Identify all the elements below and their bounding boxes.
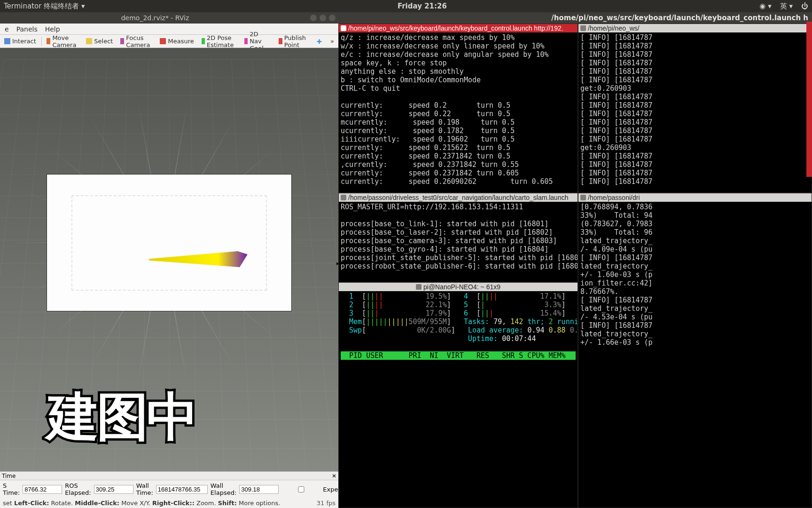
tool-publish-point[interactable]: Publish Point [275,33,312,50]
fps-readout: 31 fps [317,500,336,507]
tool-select[interactable]: Select [83,36,116,46]
terminator-window: /home/pi/neo_ws/src/keyboard/launch/keyb… [338,12,812,508]
publish-point-icon [279,38,282,44]
window-maximize-icon[interactable] [320,15,326,21]
menu-panels[interactable]: Panels [13,24,41,34]
pane-body-carto: ROS_MASTER_URI=http://192.168.153.154:11… [339,202,578,280]
ros-elapsed-label: ROS Elapsed: [65,482,91,496]
menu-help[interactable]: Help [41,24,64,34]
terminal-pane-info2[interactable]: /home/passoni/dri [0.768894, 0.7836 33%)… [578,193,812,508]
pane-body-info2: [0.768894, 0.7836 33%) Total: 94 (0.7836… [578,202,812,356]
tool-add[interactable]: ✚ [313,37,326,46]
pane-body-info1: [ INFO] [16814787 [ INFO] [16814787 [ IN… [578,32,812,192]
pose-estimate-icon [202,38,205,44]
measure-icon [160,38,166,44]
terminal-pane-carto[interactable]: /home/passoni/driveless_test0/src/car_na… [338,193,578,282]
terminal-pane-info1[interactable]: /home/pi/neo_ws/ [ INFO] [16814787 [ INF… [578,24,812,193]
wall-elapsed-field[interactable] [239,485,279,494]
time-panel-title[interactable]: Time ✕ [0,471,338,480]
pane-title-info2[interactable]: /home/passoni/dri [578,193,812,202]
ros-elapsed-field[interactable] [94,485,133,494]
terminal-icon [416,284,422,290]
pane-title-keyboard[interactable]: /home/pi/neo_ws/src/keyboard/launch/keyb… [339,24,578,32]
system-menu-icon[interactable]: ⏻ [801,2,808,10]
plus-icon: ✚ [317,38,323,44]
nav-goal-icon [244,38,248,44]
gnome-top-bar: Terminator 终端终结者 ▾ Friday 21:26 ◉ ▾ 英 ▾ … [0,0,812,12]
pane-title-htop[interactable]: pi@NanoPi-NEO4: ~ 61x9 [339,283,578,291]
app-menu[interactable]: Terminator 终端终结者 ▾ [4,2,85,11]
terminal-column-left: /home/pi/neo_ws/src/keyboard/launch/keyb… [338,24,578,508]
toolbar-separator [41,37,42,46]
status-hints: set Left-Click: Rotate. Middle-Click: Mo… [0,498,338,508]
pane-title-carto[interactable]: /home/passoni/driveless_test0/src/car_na… [339,193,578,202]
tool-measure[interactable]: Measure [156,36,197,46]
ros-time-label: S Time: [3,482,20,496]
tool-pose-estimate[interactable]: 2D Pose Estimate [198,33,240,50]
move-camera-icon [47,38,50,44]
wall-elapsed-label: Wall Elapsed: [211,482,236,496]
menu-file[interactable]: e [1,24,13,34]
tool-move-camera[interactable]: Move Camera [43,33,82,50]
terminal-pane-htop[interactable]: pi@NanoPi-NEO4: ~ 61x9 1 [|||| 19.5%] 4 … [338,282,578,508]
terminal-icon [580,195,586,200]
laser-scan [163,243,164,244]
accessibility-icon[interactable]: ◉ ▾ [759,2,771,10]
pane-body-keyboard: q/z : increase/decrease max speeds by 10… [339,32,578,192]
interact-icon [4,38,10,44]
terminal-icon [341,195,346,200]
window-minimize-icon[interactable] [310,15,317,21]
time-panel: S Time: ROS Elapsed: Wall Time: Wall Ela… [0,480,338,498]
rviz-window: demo_2d.rviz* - RViz e Panels Help Inter… [0,12,338,508]
tool-focus-camera[interactable]: Focus Camera [117,33,156,50]
rviz-titlebar[interactable]: demo_2d.rviz* - RViz [0,12,338,24]
ros-time-field[interactable] [23,485,62,494]
window-close-icon[interactable] [329,15,336,21]
rviz-viewport[interactable]: 建图中 ▸ [0,48,338,471]
wall-time-field[interactable] [156,485,208,494]
pane-title-info1[interactable]: /home/pi/neo_ws/ [578,24,812,32]
tool-interact[interactable]: Interact [1,36,39,46]
rviz-title-text: demo_2d.rviz* - RViz [3,14,307,22]
tool-overflow[interactable]: » [327,36,337,46]
wall-time-label: Wall Time: [136,482,153,496]
terminal-column-right: /home/pi/neo_ws/ [ INFO] [16814787 [ INF… [578,24,812,508]
ime-indicator[interactable]: 英 ▾ [780,2,793,11]
terminal-pane-keyboard[interactable]: /home/pi/neo_ws/src/keyboard/launch/keyb… [338,24,578,193]
time-panel-close-icon[interactable]: ✕ [332,473,336,479]
clock[interactable]: Friday 21:26 [85,2,760,10]
experimental-checkbox[interactable] [281,486,321,492]
terminator-titlebar[interactable]: /home/pi/neo_ws/src/keyboard/launch/keyb… [338,12,812,24]
terminal-icon [341,25,346,31]
rviz-toolbar: Interact Move Camera Select Focus Camera… [0,35,338,48]
select-icon [86,38,92,44]
terminal-icon [580,25,586,31]
focus-camera-icon [120,38,124,44]
pane-body-htop: 1 [|||| 19.5%] 4 [|||| 17.1%] 2 [|||| 22… [339,291,578,361]
overlay-caption: 建图中 [47,382,196,452]
